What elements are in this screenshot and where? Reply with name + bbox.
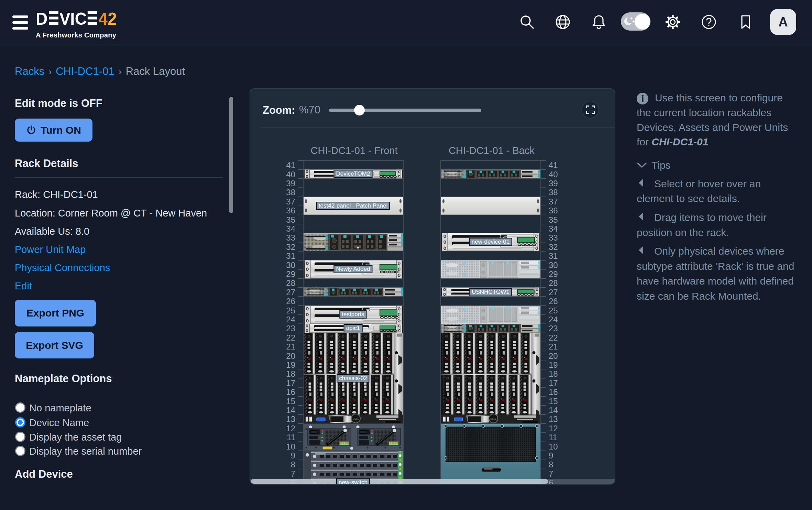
svg-text:13: 13 <box>549 414 558 424</box>
svg-text:12: 12 <box>286 424 295 433</box>
svg-text:16: 16 <box>286 387 295 397</box>
svg-text:27: 27 <box>549 288 558 297</box>
svg-text:10: 10 <box>549 442 558 451</box>
svg-text:21: 21 <box>549 342 558 351</box>
svg-text:26: 26 <box>549 297 558 306</box>
svg-text:34: 34 <box>286 224 295 233</box>
svg-text:36: 36 <box>286 206 295 215</box>
svg-text:17: 17 <box>549 378 558 388</box>
svg-text:D: D <box>36 9 47 28</box>
svg-text:35: 35 <box>286 215 295 224</box>
svg-text:30: 30 <box>286 260 295 270</box>
svg-text:28: 28 <box>549 278 558 288</box>
svg-text:26: 26 <box>286 297 295 306</box>
svg-text:I: I <box>70 9 75 28</box>
svg-text:7: 7 <box>549 469 553 478</box>
svg-text:35: 35 <box>549 215 558 224</box>
svg-text:11: 11 <box>549 433 557 442</box>
svg-text:27: 27 <box>286 288 295 297</box>
svg-text:28: 28 <box>286 278 295 288</box>
svg-text:32: 32 <box>549 242 558 252</box>
svg-text:19: 19 <box>549 360 558 369</box>
svg-text:C: C <box>75 9 87 28</box>
svg-text:41: 41 <box>549 160 558 170</box>
svg-text:31: 31 <box>549 251 558 260</box>
svg-text:14: 14 <box>286 406 295 415</box>
svg-text:32: 32 <box>286 242 295 252</box>
svg-text:14: 14 <box>549 406 558 415</box>
svg-text:40: 40 <box>286 170 295 179</box>
svg-text:25: 25 <box>549 306 558 315</box>
svg-text:20: 20 <box>286 351 295 361</box>
svg-text:2: 2 <box>108 9 117 28</box>
svg-text:21: 21 <box>286 342 295 351</box>
svg-text:33: 33 <box>549 233 558 242</box>
svg-text:33: 33 <box>286 233 295 242</box>
svg-text:12: 12 <box>549 424 558 433</box>
svg-text:22: 22 <box>549 333 558 342</box>
svg-text:10: 10 <box>286 442 295 451</box>
svg-text:V: V <box>59 9 70 28</box>
svg-text:39: 39 <box>286 179 295 188</box>
svg-text:23: 23 <box>549 324 558 333</box>
svg-text:16: 16 <box>549 387 558 397</box>
svg-text:18: 18 <box>549 369 558 378</box>
svg-text:18: 18 <box>286 369 295 378</box>
svg-text:13: 13 <box>286 414 295 424</box>
svg-text:39: 39 <box>549 179 558 188</box>
svg-text:17: 17 <box>286 378 295 388</box>
svg-text:29: 29 <box>549 269 558 279</box>
svg-text:19: 19 <box>286 360 295 369</box>
svg-text:9: 9 <box>549 451 553 460</box>
svg-text:36: 36 <box>549 206 558 215</box>
svg-text:41: 41 <box>286 160 295 170</box>
svg-text:40: 40 <box>549 170 558 179</box>
svg-text:15: 15 <box>286 397 295 406</box>
svg-text:29: 29 <box>286 269 295 279</box>
svg-text:22: 22 <box>286 333 295 342</box>
svg-text:11: 11 <box>287 433 295 442</box>
svg-text:15: 15 <box>549 397 558 406</box>
svg-text:8: 8 <box>549 460 553 469</box>
svg-text:38: 38 <box>549 188 558 197</box>
svg-text:30: 30 <box>549 260 558 270</box>
svg-text:4: 4 <box>98 9 108 28</box>
svg-text:7: 7 <box>291 469 295 478</box>
svg-text:25: 25 <box>286 306 295 315</box>
svg-text:37: 37 <box>549 197 558 206</box>
svg-text:37: 37 <box>286 197 295 206</box>
svg-text:24: 24 <box>549 315 558 324</box>
svg-text:24: 24 <box>286 315 295 324</box>
svg-text:20: 20 <box>549 351 558 361</box>
svg-text:31: 31 <box>286 251 295 260</box>
svg-text:9: 9 <box>291 451 295 460</box>
svg-text:34: 34 <box>549 224 558 233</box>
svg-text:38: 38 <box>286 188 295 197</box>
svg-text:23: 23 <box>286 324 295 333</box>
svg-text:8: 8 <box>291 460 295 469</box>
